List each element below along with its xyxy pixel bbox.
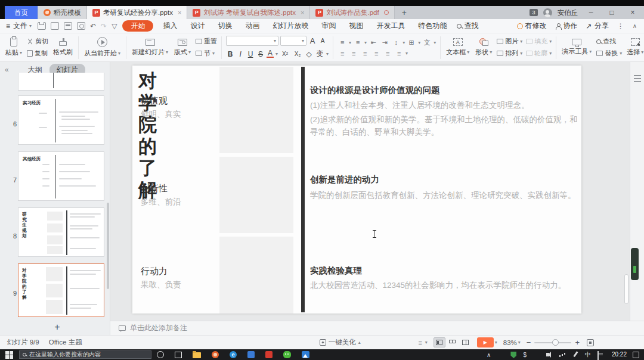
tab-document-2[interactable]: P 刘试涛 考研复试自我陈述.pptx ×: [187, 6, 310, 19]
security-shield-icon[interactable]: [510, 352, 516, 358]
bold-button[interactable]: B: [226, 50, 234, 58]
maximize-button[interactable]: □: [604, 8, 620, 17]
canvas-scrollbar-thumb[interactable]: [624, 274, 628, 304]
collapse-panel-icon[interactable]: «: [5, 66, 9, 74]
zoom-out-button[interactable]: −: [527, 338, 531, 347]
file-menu[interactable]: 文件: [13, 21, 27, 31]
row-paragraph[interactable]: 北大校园营造活动、12345的社会影响力，均在表示学院师生的行动力。: [310, 279, 581, 291]
strikethrough-button[interactable]: S: [256, 50, 265, 58]
cut-button[interactable]: 剪切: [27, 37, 48, 46]
grow-font-button[interactable]: A: [308, 36, 317, 45]
insert-table-icon[interactable]: ⊞: [407, 39, 416, 46]
decrease-indent-icon[interactable]: ⇤: [369, 39, 378, 46]
tab-home[interactable]: 首页: [5, 6, 38, 19]
share-button[interactable]: ↗ 分享: [586, 21, 609, 31]
taskbar-search-box[interactable]: 在这里输入你要搜索的内容: [19, 350, 151, 359]
modified-status[interactable]: 有修改: [517, 21, 547, 31]
task-view-icon[interactable]: [175, 352, 182, 358]
reading-view-button[interactable]: [460, 337, 472, 347]
add-slide-button[interactable]: +: [47, 322, 68, 334]
distribute-icon[interactable]: ≡: [383, 50, 392, 57]
select-button[interactable]: 选择▾: [624, 34, 644, 61]
row-heading[interactable]: 创新是前进的动力: [310, 174, 584, 185]
floating-widget[interactable]: [631, 248, 639, 280]
layout-button[interactable]: 版式▾: [171, 34, 194, 61]
align-left-icon[interactable]: ≡: [338, 50, 347, 57]
user-avatar[interactable]: [543, 8, 552, 17]
customize-quickbar-icon[interactable]: ▽: [112, 22, 117, 30]
value-label-box[interactable]: [219, 67, 293, 153]
file-explorer-icon[interactable]: [193, 352, 201, 358]
notes-bar[interactable]: 单击此处添加备注: [110, 321, 644, 335]
new-slide-button[interactable]: 新建幻灯片▾: [129, 34, 171, 61]
replace-button[interactable]: 替换▾: [596, 49, 622, 58]
line-spacing-icon[interactable]: ↕: [391, 39, 401, 46]
slide-vertical-title[interactable]: 对学院的了解: [138, 70, 161, 201]
ribbon-tab-devtools[interactable]: 开发工具: [370, 21, 411, 31]
notification-center-icon[interactable]: [633, 352, 639, 358]
close-button[interactable]: ×: [625, 8, 640, 17]
ribbon-tab-review[interactable]: 审阅: [315, 21, 342, 31]
thumbnail-scrollbar[interactable]: [107, 203, 109, 289]
network-icon[interactable]: [559, 352, 565, 358]
ribbon-tab-features[interactable]: 特色功能: [411, 21, 453, 31]
hidden-icons-chevron[interactable]: ∧: [487, 352, 491, 358]
normal-view-button[interactable]: [434, 337, 445, 347]
superscript-button[interactable]: X²: [280, 51, 290, 57]
row-paragraph[interactable]: (2)追求新的价值观和新的美学。基于环境和土地伦理的、低碳的价值观，和寻常的、白…: [310, 113, 581, 138]
row-paragraph[interactable]: 学院的创新层面包括教育创新、方法论创新、理论研究突破、实践创新等。: [310, 189, 581, 201]
start-button[interactable]: [5, 351, 13, 359]
find-menu-button[interactable]: 查找: [457, 21, 478, 31]
app-icon-red[interactable]: [265, 351, 273, 358]
font-name-select[interactable]: ▾: [226, 36, 278, 46]
ribbon-tab-slideshow[interactable]: 幻灯片放映: [266, 21, 315, 31]
dollar-tray-icon[interactable]: $: [523, 352, 527, 358]
tab-document-3[interactable]: P 刘试涛作品集.pdf: [310, 6, 394, 19]
copy-button[interactable]: 复制: [27, 49, 48, 58]
innovation-label-box[interactable]: [219, 157, 293, 233]
text-direction-icon[interactable]: 文: [422, 38, 432, 47]
action-label-box[interactable]: [219, 237, 293, 314]
row-heading[interactable]: 实践检验真理: [310, 265, 584, 277]
ime-indicator[interactable]: 中: [585, 350, 591, 359]
shrink-font-button[interactable]: A: [318, 38, 327, 44]
increase-indent-icon[interactable]: ⇥: [380, 39, 389, 46]
tab-document-active[interactable]: P 考研复试经验分享.pptx ×: [87, 6, 187, 19]
volume-icon[interactable]: [546, 353, 549, 356]
theme-name[interactable]: Office 主题: [49, 338, 82, 347]
text-effect-button[interactable]: 变: [315, 49, 324, 59]
ribbon-tab-insert[interactable]: 插入: [156, 21, 184, 31]
more-menu-icon[interactable]: ⋮: [617, 22, 624, 30]
textbox-button[interactable]: A 文本框▾: [443, 34, 472, 61]
print-preview-icon[interactable]: [77, 22, 85, 30]
edge-icon[interactable]: e: [230, 351, 237, 358]
schedule-icon[interactable]: [597, 351, 599, 360]
ribbon-tab-view[interactable]: 视图: [342, 21, 370, 31]
user-name[interactable]: 安伯丘: [558, 8, 578, 17]
redo-icon[interactable]: ↷: [101, 22, 107, 30]
picture-button[interactable]: 图片▾: [497, 37, 522, 46]
fill-button-disabled[interactable]: 填充▾: [526, 37, 552, 46]
print-icon[interactable]: [64, 22, 72, 30]
italic-button[interactable]: I: [236, 50, 244, 58]
slide-thumbnail-7[interactable]: 其他经历: [18, 151, 104, 201]
font-size-select[interactable]: ▾: [280, 36, 306, 46]
browser-icon[interactable]: [212, 351, 219, 358]
align-right-icon[interactable]: ≡: [360, 50, 370, 57]
zoom-in-button[interactable]: +: [575, 338, 580, 347]
arrange-button[interactable]: 排列▾: [497, 49, 522, 58]
subscript-button[interactable]: X₂: [292, 51, 303, 57]
slide-thumbnail-6[interactable]: 实习经历: [18, 95, 104, 145]
export-icon[interactable]: [51, 22, 59, 30]
slideshow-play-button[interactable]: ▶: [477, 337, 494, 347]
app-icon-photos[interactable]: [302, 351, 309, 358]
taskbar-clock[interactable]: 20:22: [612, 352, 627, 358]
collaborate-button[interactable]: 协作: [555, 21, 578, 31]
undo-icon[interactable]: ↶: [90, 22, 96, 30]
collapse-ribbon-icon[interactable]: ∧: [633, 23, 637, 29]
underline-button[interactable]: U: [246, 50, 255, 58]
bullets-icon[interactable]: ≡: [338, 39, 347, 46]
ribbon-tab-design[interactable]: 设计: [184, 21, 211, 31]
save-icon[interactable]: [38, 22, 46, 30]
columns-icon[interactable]: ≡: [394, 50, 404, 57]
